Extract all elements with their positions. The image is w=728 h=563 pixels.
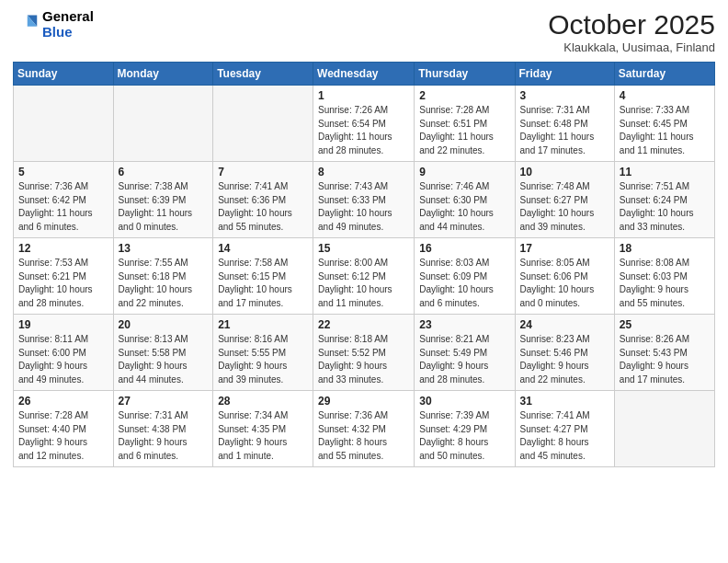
calendar-cell (213, 86, 313, 162)
weekday-header: Friday (515, 63, 614, 86)
day-number: 25 (620, 318, 710, 331)
day-info: Sunrise: 7:53 AM Sunset: 6:21 PM Dayligh… (18, 257, 108, 310)
day-info: Sunrise: 8:03 AM Sunset: 6:09 PM Dayligh… (419, 257, 509, 310)
day-number: 28 (218, 395, 308, 408)
weekday-header: Saturday (614, 63, 714, 86)
day-info: Sunrise: 8:18 AM Sunset: 5:52 PM Dayligh… (318, 333, 409, 386)
day-info: Sunrise: 7:55 AM Sunset: 6:18 PM Dayligh… (119, 257, 209, 310)
logo-text: General Blue (42, 9, 94, 40)
calendar-cell: 16Sunrise: 8:03 AM Sunset: 6:09 PM Dayli… (415, 238, 515, 315)
calendar-cell (113, 86, 213, 162)
day-number: 29 (318, 395, 409, 408)
weekday-header-row: SundayMondayTuesdayWednesdayThursdayFrid… (14, 63, 715, 86)
day-info: Sunrise: 8:13 AM Sunset: 5:58 PM Dayligh… (119, 333, 209, 386)
calendar-cell: 20Sunrise: 8:13 AM Sunset: 5:58 PM Dayli… (113, 315, 213, 391)
day-number: 27 (119, 395, 209, 408)
calendar-cell: 31Sunrise: 7:41 AM Sunset: 4:27 PM Dayli… (515, 391, 614, 467)
day-info: Sunrise: 7:34 AM Sunset: 4:35 PM Dayligh… (218, 409, 308, 463)
weekday-header: Wednesday (313, 63, 415, 86)
calendar-week-row: 5Sunrise: 7:36 AM Sunset: 6:42 PM Daylig… (14, 162, 715, 238)
calendar-cell: 14Sunrise: 7:58 AM Sunset: 6:15 PM Dayli… (213, 238, 313, 315)
calendar-cell: 15Sunrise: 8:00 AM Sunset: 6:12 PM Dayli… (313, 238, 415, 315)
day-number: 20 (119, 318, 209, 331)
day-info: Sunrise: 8:21 AM Sunset: 5:49 PM Dayligh… (419, 333, 509, 386)
day-info: Sunrise: 7:46 AM Sunset: 6:30 PM Dayligh… (419, 180, 509, 234)
day-number: 12 (18, 242, 108, 255)
day-info: Sunrise: 7:41 AM Sunset: 4:27 PM Dayligh… (520, 409, 609, 463)
calendar-cell: 29Sunrise: 7:36 AM Sunset: 4:32 PM Dayli… (313, 391, 415, 467)
day-info: Sunrise: 7:39 AM Sunset: 4:29 PM Dayligh… (419, 409, 509, 463)
calendar-cell (614, 391, 714, 467)
day-number: 6 (119, 166, 209, 178)
calendar-week-row: 1Sunrise: 7:26 AM Sunset: 6:54 PM Daylig… (14, 86, 715, 162)
calendar-cell: 25Sunrise: 8:26 AM Sunset: 5:43 PM Dayli… (614, 315, 714, 391)
day-number: 10 (520, 166, 609, 178)
calendar-cell: 5Sunrise: 7:36 AM Sunset: 6:42 PM Daylig… (14, 162, 114, 238)
day-number: 26 (18, 395, 108, 408)
calendar-cell: 18Sunrise: 8:08 AM Sunset: 6:03 PM Dayli… (614, 238, 714, 315)
calendar-cell: 10Sunrise: 7:48 AM Sunset: 6:27 PM Dayli… (515, 162, 614, 238)
calendar: SundayMondayTuesdayWednesdayThursdayFrid… (13, 62, 715, 467)
calendar-cell: 11Sunrise: 7:51 AM Sunset: 6:24 PM Dayli… (614, 162, 714, 238)
day-number: 19 (18, 318, 108, 331)
logo: General Blue (13, 9, 94, 40)
day-info: Sunrise: 7:31 AM Sunset: 6:48 PM Dayligh… (520, 104, 609, 157)
calendar-cell: 28Sunrise: 7:34 AM Sunset: 4:35 PM Dayli… (213, 391, 313, 467)
day-info: Sunrise: 7:43 AM Sunset: 6:33 PM Dayligh… (318, 180, 409, 234)
day-number: 5 (18, 166, 108, 178)
day-number: 21 (218, 318, 308, 331)
calendar-week-row: 19Sunrise: 8:11 AM Sunset: 6:00 PM Dayli… (14, 315, 715, 391)
calendar-cell: 3Sunrise: 7:31 AM Sunset: 6:48 PM Daylig… (515, 86, 614, 162)
day-info: Sunrise: 8:00 AM Sunset: 6:12 PM Dayligh… (318, 257, 409, 310)
day-info: Sunrise: 7:38 AM Sunset: 6:39 PM Dayligh… (119, 180, 209, 234)
calendar-cell: 7Sunrise: 7:41 AM Sunset: 6:36 PM Daylig… (213, 162, 313, 238)
day-info: Sunrise: 8:08 AM Sunset: 6:03 PM Dayligh… (620, 257, 710, 310)
day-number: 8 (318, 166, 409, 178)
day-info: Sunrise: 7:28 AM Sunset: 4:40 PM Dayligh… (18, 409, 108, 463)
title-block: October 2025 Klaukkala, Uusimaa, Finland (548, 9, 715, 54)
calendar-cell: 22Sunrise: 8:18 AM Sunset: 5:52 PM Dayli… (313, 315, 415, 391)
calendar-cell: 23Sunrise: 8:21 AM Sunset: 5:49 PM Dayli… (415, 315, 515, 391)
calendar-cell (14, 86, 114, 162)
day-info: Sunrise: 7:58 AM Sunset: 6:15 PM Dayligh… (218, 257, 308, 310)
weekday-header: Sunday (14, 63, 114, 86)
logo-line2: Blue (42, 24, 73, 40)
day-number: 24 (520, 318, 609, 331)
logo-icon (13, 12, 39, 38)
calendar-cell: 8Sunrise: 7:43 AM Sunset: 6:33 PM Daylig… (313, 162, 415, 238)
location: Klaukkala, Uusimaa, Finland (548, 40, 715, 54)
day-info: Sunrise: 7:31 AM Sunset: 4:38 PM Dayligh… (119, 409, 209, 463)
day-info: Sunrise: 7:48 AM Sunset: 6:27 PM Dayligh… (520, 180, 609, 234)
calendar-cell: 1Sunrise: 7:26 AM Sunset: 6:54 PM Daylig… (313, 86, 415, 162)
day-number: 17 (520, 242, 609, 255)
day-info: Sunrise: 8:23 AM Sunset: 5:46 PM Dayligh… (520, 333, 609, 386)
calendar-cell: 21Sunrise: 8:16 AM Sunset: 5:55 PM Dayli… (213, 315, 313, 391)
header: General Blue October 2025 Klaukkala, Uus… (13, 9, 715, 54)
day-number: 18 (620, 242, 710, 255)
day-number: 31 (520, 395, 609, 408)
day-number: 15 (318, 242, 409, 255)
day-number: 14 (218, 242, 308, 255)
calendar-week-row: 26Sunrise: 7:28 AM Sunset: 4:40 PM Dayli… (14, 391, 715, 467)
calendar-cell: 13Sunrise: 7:55 AM Sunset: 6:18 PM Dayli… (113, 238, 213, 315)
day-number: 9 (419, 166, 509, 178)
day-info: Sunrise: 7:41 AM Sunset: 6:36 PM Dayligh… (218, 180, 308, 234)
day-number: 2 (419, 89, 509, 102)
day-info: Sunrise: 7:36 AM Sunset: 4:32 PM Dayligh… (318, 409, 409, 463)
day-info: Sunrise: 7:26 AM Sunset: 6:54 PM Dayligh… (318, 104, 409, 157)
day-info: Sunrise: 8:16 AM Sunset: 5:55 PM Dayligh… (218, 333, 308, 386)
weekday-header: Tuesday (213, 63, 313, 86)
weekday-header: Thursday (415, 63, 515, 86)
calendar-cell: 4Sunrise: 7:33 AM Sunset: 6:45 PM Daylig… (614, 86, 714, 162)
day-number: 3 (520, 89, 609, 102)
day-info: Sunrise: 8:05 AM Sunset: 6:06 PM Dayligh… (520, 257, 609, 310)
month-title: October 2025 (548, 9, 715, 40)
page-container: General Blue October 2025 Klaukkala, Uus… (0, 0, 728, 475)
day-info: Sunrise: 7:36 AM Sunset: 6:42 PM Dayligh… (18, 180, 108, 234)
calendar-cell: 9Sunrise: 7:46 AM Sunset: 6:30 PM Daylig… (415, 162, 515, 238)
day-number: 7 (218, 166, 308, 178)
calendar-cell: 24Sunrise: 8:23 AM Sunset: 5:46 PM Dayli… (515, 315, 614, 391)
day-info: Sunrise: 7:33 AM Sunset: 6:45 PM Dayligh… (620, 104, 710, 157)
calendar-cell: 12Sunrise: 7:53 AM Sunset: 6:21 PM Dayli… (14, 238, 114, 315)
day-number: 30 (419, 395, 509, 408)
